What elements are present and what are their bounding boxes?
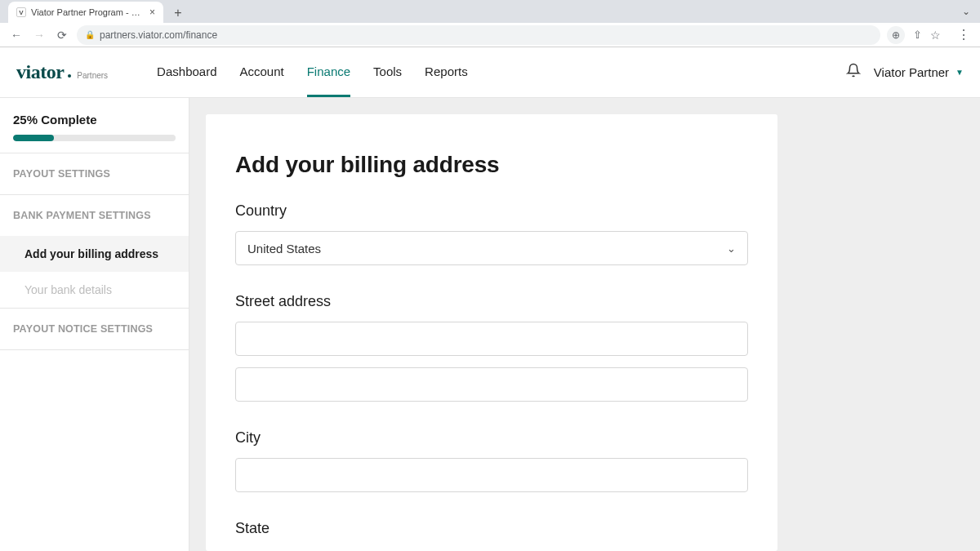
input-city[interactable]	[235, 458, 748, 492]
nav-finance[interactable]: Finance	[307, 48, 350, 97]
field-state: State	[235, 520, 748, 537]
chevron-down-icon: ▼	[956, 68, 964, 77]
nav-tools[interactable]: Tools	[373, 48, 402, 97]
user-name: Viator Partner	[874, 65, 949, 79]
main-nav: Dashboard Account Finance Tools Reports	[157, 48, 468, 97]
logo[interactable]: viator Partners	[16, 61, 108, 83]
header-right: Viator Partner ▼	[846, 63, 964, 82]
label-country: Country	[235, 202, 748, 220]
address-bar[interactable]: 🔒 partners.viator.com/finance	[77, 25, 880, 45]
field-city: City	[235, 429, 748, 492]
label-city: City	[235, 429, 748, 447]
reload-button[interactable]: ⟳	[54, 29, 70, 42]
sidebar-header-payout-notice[interactable]: PAYOUT NOTICE SETTINGS	[0, 309, 189, 350]
field-street: Street address	[235, 293, 748, 402]
nav-reports[interactable]: Reports	[425, 48, 468, 97]
label-state: State	[235, 520, 748, 537]
tab-favicon: V	[16, 7, 26, 17]
zoom-icon[interactable]: ⊕	[887, 26, 905, 44]
progress-label: 25% Complete	[13, 113, 176, 127]
toolbar-right: ⊕ ⇧ ☆	[887, 26, 941, 44]
logo-dot-icon	[68, 74, 71, 78]
browser-tab[interactable]: V Viator Partner Program - Finan ×	[8, 2, 163, 23]
lock-icon: 🔒	[85, 30, 95, 39]
sidebar-header-payout-settings[interactable]: PAYOUT SETTINGS	[0, 153, 189, 195]
sidebar-item-bank-details[interactable]: Your bank details	[0, 272, 189, 309]
input-street-2[interactable]	[235, 367, 748, 402]
back-button[interactable]: ←	[8, 29, 24, 42]
browser-tab-strip: V Viator Partner Program - Finan × + ⌄	[0, 0, 980, 23]
url-text: partners.viator.com/finance	[100, 29, 217, 41]
nav-dashboard[interactable]: Dashboard	[157, 48, 216, 97]
label-street: Street address	[235, 293, 748, 310]
select-country[interactable]: United States ⌄	[235, 231, 748, 265]
app-body: 25% Complete PAYOUT SETTINGS BANK PAYMEN…	[0, 98, 980, 551]
tabs-overflow-icon[interactable]: ⌄	[962, 6, 970, 17]
select-country-value: United States	[247, 242, 321, 256]
notifications-icon[interactable]	[846, 63, 861, 82]
forward-button[interactable]: →	[31, 29, 47, 42]
user-menu[interactable]: Viator Partner ▼	[874, 65, 964, 79]
sidebar-item-billing-address[interactable]: Add your billing address	[0, 236, 189, 272]
content-area: Add your billing address Country United …	[189, 98, 980, 551]
close-tab-icon[interactable]: ×	[149, 7, 155, 18]
tab-title: Viator Partner Program - Finan	[31, 7, 145, 17]
form-card: Add your billing address Country United …	[206, 114, 777, 551]
page-title: Add your billing address	[235, 152, 748, 178]
bookmark-icon[interactable]: ☆	[930, 29, 941, 42]
progress-block: 25% Complete	[0, 98, 189, 153]
share-icon[interactable]: ⇧	[913, 29, 922, 41]
input-street-1[interactable]	[235, 322, 748, 356]
browser-toolbar: ← → ⟳ 🔒 partners.viator.com/finance ⊕ ⇧ …	[0, 23, 980, 47]
progress-bar	[13, 135, 176, 141]
field-country: Country United States ⌄	[235, 202, 748, 265]
nav-account[interactable]: Account	[240, 48, 284, 97]
sidebar-header-bank-payment[interactable]: BANK PAYMENT SETTINGS	[0, 195, 189, 236]
new-tab-button[interactable]: +	[168, 3, 188, 23]
sidebar: 25% Complete PAYOUT SETTINGS BANK PAYMEN…	[0, 98, 189, 551]
logo-subtext: Partners	[77, 71, 108, 80]
progress-fill	[13, 135, 54, 141]
app-header: viator Partners Dashboard Account Financ…	[0, 47, 980, 98]
logo-text: viator	[16, 61, 64, 83]
chevron-down-icon: ⌄	[727, 242, 736, 255]
browser-menu-button[interactable]: ⋮	[956, 27, 972, 42]
